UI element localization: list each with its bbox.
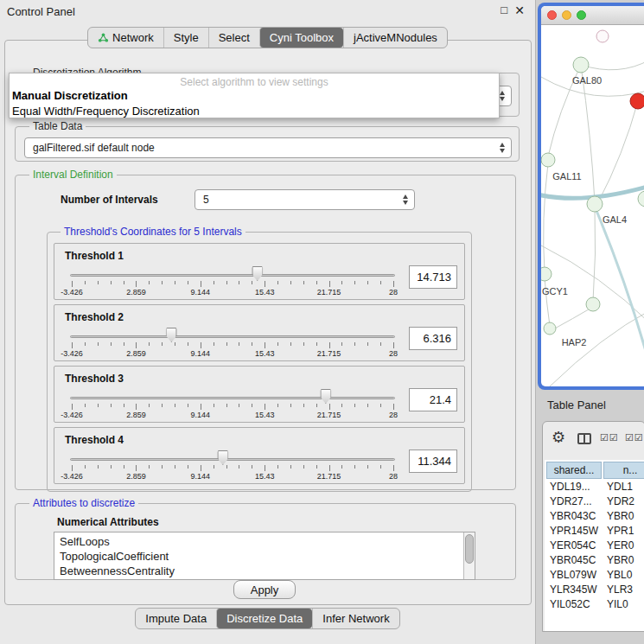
slider-thumb[interactable] xyxy=(320,389,331,404)
network-canvas[interactable]: GAL80 GAL11 GAL4 GCY1 HAP2 xyxy=(541,25,644,386)
threshold-panel: Threshold 2-3.4262.8599.14415.4321.71528… xyxy=(54,304,465,361)
slider-tick xyxy=(136,465,137,471)
gear-icon[interactable]: ⚙ xyxy=(552,430,565,445)
scale-label: 15.43 xyxy=(255,349,275,358)
network-edge xyxy=(593,207,596,302)
scale-label: 9.144 xyxy=(191,472,211,481)
slider-thumb[interactable] xyxy=(217,450,228,465)
mac-close-icon[interactable] xyxy=(547,10,557,20)
tab-network[interactable]: Network xyxy=(88,28,163,48)
node-label: HAP2 xyxy=(562,337,587,348)
table-row[interactable]: YLR345WYLR3 xyxy=(545,583,644,598)
bottom-tab-impute-data[interactable]: Impute Data xyxy=(136,609,216,628)
scale-label: -3.426 xyxy=(61,411,83,419)
table-panel-window: ⚙ ☑☑ ☑☑ shared...n... YDL19...YDL1YDR27.… xyxy=(542,421,644,632)
threshold-3-slider[interactable]: -3.4262.8599.14415.4321.71528 xyxy=(67,386,399,419)
attribute-list-item[interactable]: TopologicalCoefficient xyxy=(60,549,475,564)
network-node-gcy1[interactable] xyxy=(541,267,552,281)
slider-tick xyxy=(214,281,214,284)
select-columns-icon[interactable]: ☑☑ xyxy=(625,432,644,443)
algorithm-option[interactable]: Manual Discretization xyxy=(10,88,499,104)
selected-network-node[interactable] xyxy=(630,93,644,109)
tab-cyni-toolbox[interactable]: Cyni Toolbox xyxy=(259,28,343,48)
network-edge xyxy=(598,101,638,202)
table-cell: YER054C xyxy=(550,539,596,552)
network-node[interactable] xyxy=(596,30,609,42)
table-row[interactable]: YDL19...YDL1 xyxy=(545,481,644,495)
network-node-hap2[interactable] xyxy=(544,322,556,335)
network-node-gal11[interactable] xyxy=(541,153,555,167)
table-cell: YER0 xyxy=(607,539,634,552)
threshold-1-slider[interactable]: -3.4262.8599.14415.4321.71528 xyxy=(67,264,399,296)
network-node[interactable] xyxy=(638,191,644,207)
attribute-list-item[interactable]: BetweennessCentrality xyxy=(60,564,475,578)
tab-jactivemnodules[interactable]: jActiveMNodules xyxy=(343,28,447,48)
threshold-2-slider[interactable]: -3.4262.8599.14415.4321.71528 xyxy=(67,325,399,358)
slider-track[interactable] xyxy=(70,274,395,277)
number-of-intervals-combo[interactable]: 5 xyxy=(194,189,415,210)
algorithm-option[interactable]: Equal Width/Frequency Discretization xyxy=(10,104,499,119)
combo-stepper-icon[interactable] xyxy=(399,193,411,207)
slider-thumb[interactable] xyxy=(166,328,177,342)
mac-zoom-icon[interactable] xyxy=(577,10,586,20)
table-cell: YIL052C xyxy=(550,598,590,610)
tab-label: Cyni Toolbox xyxy=(270,31,334,44)
threshold-value-field[interactable]: 6.316 xyxy=(409,327,457,350)
tab-style[interactable]: Style xyxy=(163,28,208,48)
slider-track[interactable] xyxy=(70,458,395,461)
thresholds-group-title: Threshold's Coordinates for 5 Intervals xyxy=(61,226,245,238)
table-row[interactable]: YBL079WYBL0 xyxy=(545,569,644,583)
slider-tick xyxy=(162,465,163,469)
network-icon xyxy=(98,32,109,43)
table-data-combo[interactable]: galFiltered.sif default node xyxy=(24,137,512,158)
threshold-4-slider[interactable]: -3.4262.8599.14415.4321.71528 xyxy=(67,448,399,481)
slider-track[interactable] xyxy=(70,397,395,399)
threshold-value-field[interactable]: 14.713 xyxy=(409,265,457,289)
table-row[interactable]: YDR27...YDR2 xyxy=(545,495,644,510)
network-node-gal4[interactable] xyxy=(587,196,603,212)
slider-tick xyxy=(354,465,355,469)
slider-tick xyxy=(367,281,368,284)
attribute-list-item[interactable]: SelfLoops xyxy=(60,534,475,549)
slider-tick xyxy=(111,342,112,346)
thresholds-group: Threshold's Coordinates for 5 Intervals … xyxy=(47,226,472,492)
slider-tick xyxy=(124,404,124,407)
column-header[interactable]: n... xyxy=(603,462,644,479)
table-row[interactable]: YER054CYER0 xyxy=(545,539,644,554)
scale-label: 15.43 xyxy=(255,288,275,296)
table-columns-icon[interactable] xyxy=(577,433,591,444)
slider-tick xyxy=(85,342,86,346)
slider-tick xyxy=(149,465,150,469)
select-all-icon[interactable]: ☑☑ xyxy=(600,432,619,443)
close-icon[interactable]: ✕ xyxy=(514,3,525,17)
list-scrollbar[interactable] xyxy=(463,532,475,579)
slider-tick xyxy=(290,281,291,284)
table-row[interactable]: YIL052CYIL0 xyxy=(545,598,644,613)
network-view-window: GAL80 GAL11 GAL4 GCY1 HAP2 xyxy=(538,3,644,390)
network-node[interactable] xyxy=(586,297,600,311)
combo-stepper-icon[interactable] xyxy=(495,141,508,155)
slider-tick xyxy=(303,342,304,346)
number-of-intervals-row: Number of Intervals 5 xyxy=(61,189,508,210)
threshold-panel: Threshold 4-3.4262.8599.14415.4321.71528… xyxy=(54,427,465,484)
tab-select[interactable]: Select xyxy=(208,28,259,48)
slider-tick xyxy=(380,281,381,284)
slider-thumb[interactable] xyxy=(252,266,263,281)
slider-tick xyxy=(380,465,381,469)
float-window-icon[interactable]: □ xyxy=(501,3,507,16)
column-header[interactable]: shared... xyxy=(546,462,602,479)
threshold-value-field[interactable]: 21.4 xyxy=(409,388,457,411)
bottom-tab-discretize-data[interactable]: Discretize Data xyxy=(216,609,312,628)
table-row[interactable]: YPR145WYPR1 xyxy=(545,525,644,539)
network-node-gal80[interactable] xyxy=(573,57,589,73)
scrollbar-thumb[interactable] xyxy=(465,534,474,564)
bottom-tab-infer-network[interactable]: Infer Network xyxy=(312,609,399,628)
table-row[interactable]: YBR043CYBR0 xyxy=(545,510,644,525)
mac-minimize-icon[interactable] xyxy=(562,10,571,20)
slider-tick xyxy=(188,342,188,346)
threshold-value-field[interactable]: 11.344 xyxy=(409,450,457,473)
table-cell: YIL0 xyxy=(607,598,628,610)
slider-track[interactable] xyxy=(70,335,395,338)
apply-button[interactable]: Apply xyxy=(233,580,296,599)
table-row[interactable]: YBR045CYBR0 xyxy=(545,554,644,569)
